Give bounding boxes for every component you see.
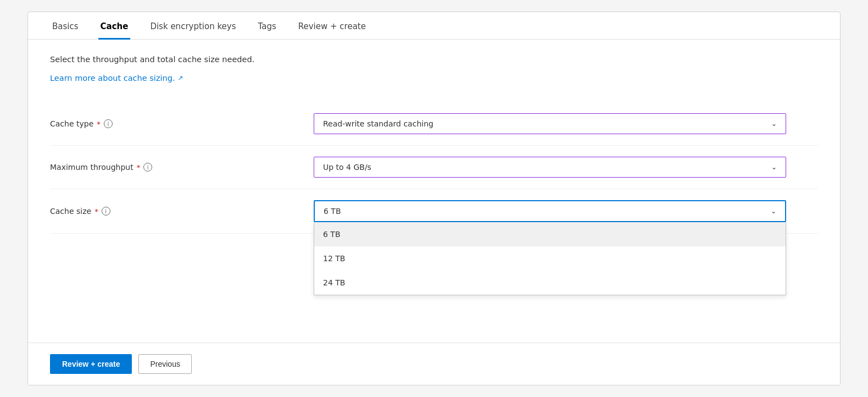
tab-bar: Basics Cache Disk encryption keys Tags R…	[28, 12, 840, 40]
learn-more-link[interactable]: Learn more about cache sizing. ↗	[50, 74, 183, 82]
cache-type-chevron: ⌄	[771, 120, 777, 128]
tab-disk-encryption[interactable]: Disk encryption keys	[148, 13, 238, 40]
cache-size-dropdown[interactable]: 6 TB ⌄	[314, 200, 786, 222]
max-throughput-required: *	[137, 163, 141, 172]
max-throughput-value: Up to 4 GB/s	[323, 163, 371, 172]
tab-review-create[interactable]: Review + create	[296, 13, 368, 40]
cache-type-dropdown[interactable]: Read-write standard caching ⌄	[314, 113, 786, 134]
learn-more-text: Learn more about cache sizing.	[50, 74, 175, 82]
external-link-icon: ↗	[178, 74, 183, 82]
tab-tags[interactable]: Tags	[256, 13, 279, 40]
cache-size-option-12tb[interactable]: 12 TB	[314, 246, 786, 271]
main-window: Basics Cache Disk encryption keys Tags R…	[27, 12, 841, 385]
tab-cache[interactable]: Cache	[98, 13, 131, 40]
previous-button[interactable]: Previous	[138, 354, 191, 374]
page-content: Select the throughput and total cache si…	[28, 40, 840, 344]
max-throughput-control: Up to 4 GB/s ⌄	[314, 157, 786, 178]
footer: Review + create Previous	[28, 343, 840, 385]
cache-size-required: *	[94, 207, 98, 216]
cache-size-chevron: ⌄	[771, 207, 776, 215]
cache-size-option-6tb[interactable]: 6 TB	[314, 222, 786, 246]
cache-size-menu: 6 TB 12 TB 24 TB	[314, 222, 786, 295]
cache-size-info-icon[interactable]: i	[102, 207, 110, 216]
cache-size-option-24tb[interactable]: 24 TB	[314, 271, 786, 295]
max-throughput-info-icon[interactable]: i	[143, 163, 152, 172]
cache-size-row: Cache size * i 6 TB ⌄ 6 TB 12 TB 24 TB	[50, 189, 818, 234]
form-section: Cache type * i Read-write standard cachi…	[50, 102, 818, 344]
cache-type-control: Read-write standard caching ⌄	[314, 113, 786, 134]
cache-type-info-icon[interactable]: i	[104, 119, 113, 128]
tab-basics[interactable]: Basics	[50, 13, 81, 40]
page-description: Select the throughput and total cache si…	[50, 55, 818, 64]
cache-size-value: 6 TB	[324, 207, 341, 216]
cache-type-row: Cache type * i Read-write standard cachi…	[50, 102, 818, 146]
cache-size-label: Cache size * i	[50, 207, 314, 216]
max-throughput-row: Maximum throughput * i Up to 4 GB/s ⌄	[50, 146, 818, 189]
cache-type-required: *	[97, 120, 101, 128]
cache-type-label-text: Cache type	[50, 119, 93, 128]
max-throughput-label-text: Maximum throughput	[50, 163, 133, 172]
max-throughput-chevron: ⌄	[771, 163, 777, 171]
cache-type-value: Read-write standard caching	[323, 119, 433, 128]
review-create-button[interactable]: Review + create	[50, 354, 132, 374]
max-throughput-dropdown[interactable]: Up to 4 GB/s ⌄	[314, 157, 786, 178]
max-throughput-label: Maximum throughput * i	[50, 163, 314, 172]
cache-size-control: 6 TB ⌄ 6 TB 12 TB 24 TB	[314, 200, 786, 222]
cache-type-label: Cache type * i	[50, 119, 314, 128]
cache-size-label-text: Cache size	[50, 207, 91, 216]
